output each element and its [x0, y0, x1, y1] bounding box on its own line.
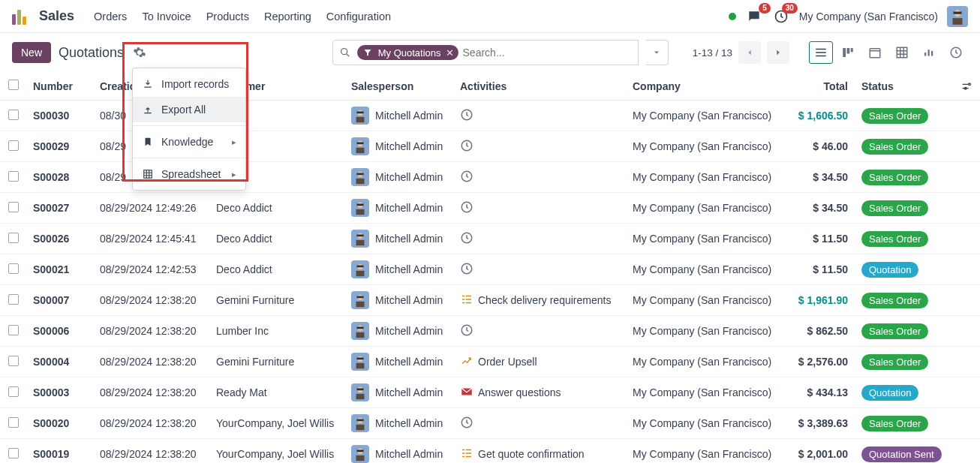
cell-customer: Lumber Inc [210, 316, 345, 347]
cell-activity[interactable] [454, 162, 627, 193]
pager-next-button[interactable] [767, 41, 789, 64]
cell-activity[interactable] [454, 131, 627, 162]
svg-rect-61 [356, 425, 365, 430]
table-row[interactable]: S0002108/29/2024 12:42:53Deco AddictMitc… [0, 254, 980, 285]
cell-activity[interactable]: Check delivery requirements [454, 285, 627, 316]
svg-rect-39 [356, 271, 365, 276]
cell-date: 08/29/2024 12:38:20 [94, 347, 210, 377]
search-options-dropdown[interactable] [646, 40, 669, 65]
cell-activity[interactable] [454, 193, 627, 224]
row-checkbox[interactable] [8, 202, 19, 212]
cell-activity[interactable] [454, 254, 627, 285]
view-graph-icon[interactable] [917, 41, 941, 64]
nav-item-products[interactable]: Products [199, 6, 257, 27]
cell-activity[interactable] [454, 224, 627, 254]
table-row[interactable]: S0000608/29/2024 12:38:20Lumber IncMitch… [0, 316, 980, 347]
cell-customer: Ready Mat [210, 377, 345, 408]
nav-item-configuration[interactable]: Configuration [319, 6, 398, 27]
row-checkbox[interactable] [8, 356, 19, 366]
cell-status: Sales Order [855, 285, 953, 316]
row-checkbox[interactable] [8, 171, 19, 182]
cell-date: 08/29/2024 12:38:20 [94, 439, 210, 464]
row-checkbox[interactable] [8, 233, 19, 243]
funnel-icon [362, 47, 374, 59]
view-activity-icon[interactable] [944, 41, 968, 64]
row-checkbox[interactable] [8, 294, 19, 305]
menu-export-label: Export All [161, 104, 206, 116]
row-checkbox[interactable] [8, 325, 19, 335]
table-row[interactable]: S0002608/29/2024 12:45:41Deco AddictMitc… [0, 224, 980, 254]
col-status[interactable]: Status [855, 72, 953, 101]
cell-number: S00027 [27, 193, 94, 224]
cell-activity[interactable]: Order Upsell [454, 347, 627, 377]
app-logo[interactable] [12, 8, 29, 25]
row-checkbox[interactable] [8, 417, 19, 428]
company-selector[interactable]: My Company (San Francisco) [799, 11, 938, 23]
svg-rect-49 [356, 327, 363, 329]
search-box[interactable]: My Quotations ✕ [332, 40, 639, 65]
search-input[interactable] [463, 41, 638, 65]
cell-salesperson: Mitchell Admin [345, 439, 454, 464]
status-badge: Sales Order [861, 231, 928, 247]
user-avatar[interactable] [947, 6, 968, 27]
svg-rect-48 [356, 332, 365, 338]
col-company[interactable]: Company [627, 72, 784, 101]
new-button[interactable]: New [12, 42, 51, 63]
column-options-icon[interactable] [959, 80, 974, 92]
salesperson-avatar [351, 107, 369, 125]
nav-item-orders[interactable]: Orders [86, 6, 134, 27]
cell-activity[interactable] [454, 408, 627, 439]
filter-chip[interactable]: My Quotations ✕ [357, 45, 458, 60]
cell-salesperson: Mitchell Admin [345, 377, 454, 408]
col-number[interactable]: Number [27, 72, 94, 101]
menu-import-records[interactable]: Import records [133, 71, 245, 97]
view-list-icon[interactable] [809, 41, 833, 64]
view-calendar-icon[interactable] [863, 41, 887, 64]
gear-icon[interactable] [131, 44, 148, 61]
col-salesperson[interactable]: Salesperson [345, 72, 454, 101]
row-checkbox[interactable] [8, 110, 19, 120]
cell-activity[interactable] [454, 316, 627, 347]
svg-rect-53 [356, 363, 365, 368]
nav-item-reporting[interactable]: Reporting [257, 6, 319, 27]
select-all-checkbox[interactable] [8, 80, 19, 90]
row-checkbox[interactable] [8, 140, 19, 151]
table-row[interactable]: S0002708/29/2024 12:49:26Deco AddictMitc… [0, 193, 980, 224]
messaging-icon[interactable]: 5 [745, 8, 763, 26]
pager-text[interactable]: 1-13 / 13 [693, 47, 732, 59]
pager-prev-button[interactable] [738, 41, 761, 64]
table-row[interactable]: S0000308/29/2024 12:38:20Ready MatMitche… [0, 377, 980, 408]
table-row[interactable]: S0002008/29/2024 12:38:20YourCompany, Jo… [0, 408, 980, 439]
view-kanban-icon[interactable] [836, 41, 860, 64]
view-pivot-icon[interactable] [890, 41, 914, 64]
app-name[interactable]: Sales [39, 8, 74, 24]
table-row[interactable]: S0001908/29/2024 12:38:20YourCompany, Jo… [0, 439, 980, 464]
menu-knowledge[interactable]: Knowledge ▸ [133, 129, 245, 155]
cell-status: Sales Order [855, 408, 953, 439]
nav-item-to-invoice[interactable]: To Invoice [134, 6, 198, 27]
menu-spreadsheet[interactable]: Spreadsheet ▸ [133, 161, 245, 187]
close-icon[interactable]: ✕ [446, 47, 454, 59]
cell-salesperson: Mitchell Admin [345, 224, 454, 254]
cell-activity[interactable]: Get quote confirmation [454, 439, 627, 464]
row-checkbox[interactable] [8, 386, 19, 397]
activities-icon[interactable]: 30 [772, 8, 790, 26]
cell-total: $ 862.50 [784, 316, 855, 347]
svg-rect-66 [356, 455, 365, 461]
row-checkbox[interactable] [8, 448, 19, 458]
col-total[interactable]: Total [784, 72, 855, 101]
cell-activity[interactable]: Answer questions [454, 377, 627, 408]
menu-export-all[interactable]: Export All [133, 97, 245, 122]
salesperson-avatar [351, 260, 369, 278]
cell-salesperson: Mitchell Admin [345, 347, 454, 377]
chevron-right-icon: ▸ [232, 170, 236, 179]
table-row[interactable]: S0000408/29/2024 12:38:20Gemini Furnitur… [0, 347, 980, 377]
row-checkbox[interactable] [8, 263, 19, 274]
activities-badge: 30 [782, 3, 798, 14]
col-activities[interactable]: Activities [454, 72, 627, 101]
table-row[interactable]: S0000708/29/2024 12:38:20Gemini Furnitur… [0, 285, 980, 316]
cell-activity[interactable] [454, 101, 627, 131]
cell-customer: Gemini Furniture [210, 285, 345, 316]
cell-status: Sales Order [855, 131, 953, 162]
cell-number: S00026 [27, 224, 94, 254]
